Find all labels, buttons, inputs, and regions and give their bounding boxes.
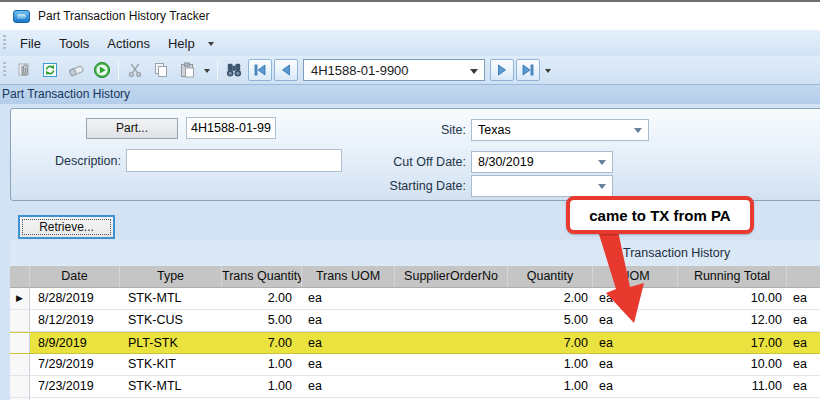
cell-quantity: 2.00: [508, 288, 593, 309]
starting-date-picker[interactable]: [471, 175, 613, 197]
cell-type: STK-MTL: [120, 288, 222, 309]
cell-date: 8/12/2019: [30, 310, 120, 331]
run-icon: [93, 61, 111, 79]
cell-running-total: 10.00: [678, 354, 787, 375]
cell-supplier-order-no: [395, 354, 508, 375]
table-row[interactable]: 7/23/2019 STK-MTL 1.00 ea 1.00 ea 11.00 …: [10, 376, 820, 398]
cell-trans-uom: ea: [302, 310, 395, 331]
copy-icon: [152, 61, 170, 79]
cell-supplier-order-no: [395, 310, 508, 331]
find-button[interactable]: [221, 58, 247, 82]
cell-type: STK-MTL: [120, 376, 222, 397]
combo-dropdown-arrow-icon: [598, 160, 606, 165]
menu-actions[interactable]: Actions: [98, 32, 159, 55]
column-header-date[interactable]: Date: [30, 266, 120, 287]
grid-caption-band: Transaction History: [10, 240, 820, 266]
refresh-button[interactable]: [37, 58, 63, 82]
cell-running-total: 12.00: [678, 310, 787, 331]
cell-date: 7/29/2019: [30, 354, 120, 375]
toolbar-gripper: [3, 62, 6, 78]
column-header-selector: [10, 266, 30, 287]
cell-trans-quantity: 5.00: [222, 310, 302, 331]
row-selector[interactable]: [10, 333, 30, 353]
toolbar-overflow-arrow-icon[interactable]: [545, 69, 551, 73]
cell-running-total: 17.00: [678, 333, 787, 353]
retrieve-button[interactable]: Retrieve...: [18, 215, 115, 239]
cell-type: PLT-STK: [120, 333, 222, 353]
menu-bar: File Tools Actions Help: [0, 30, 820, 56]
menu-tools[interactable]: Tools: [50, 32, 98, 55]
cell-running-uom: ea: [787, 288, 820, 309]
clear-button[interactable]: [63, 58, 89, 82]
cutoff-date-label: Cut Off Date:: [366, 155, 466, 169]
copy-button[interactable]: [148, 58, 174, 82]
refresh-icon: [41, 61, 59, 79]
nav-first-icon: [251, 61, 269, 79]
cell-trans-quantity: 2.00: [222, 288, 302, 309]
paste-button[interactable]: [174, 58, 200, 82]
eraser-icon: [67, 61, 85, 79]
column-header-type[interactable]: Type: [120, 266, 222, 287]
nav-previous-icon: [277, 61, 295, 79]
title-bar: Part Transaction History Tracker: [0, 2, 820, 30]
menu-file[interactable]: File: [11, 32, 50, 55]
starting-date-label: Starting Date:: [366, 179, 466, 193]
annotation-callout: came to TX from PA: [566, 196, 754, 234]
table-row[interactable]: 8/12/2019 STK-CUS 5.00 ea 5.00 ea 12.00 …: [10, 310, 820, 332]
site-combobox[interactable]: Texas: [471, 119, 649, 141]
description-input[interactable]: [126, 149, 342, 172]
description-label: Description:: [21, 154, 121, 168]
paste-icon: [178, 61, 196, 79]
row-selector[interactable]: [10, 354, 30, 375]
cell-trans-uom: ea: [302, 354, 395, 375]
cutoff-date-picker[interactable]: 8/30/2019: [471, 151, 613, 173]
cell-running-total: 11.00: [678, 376, 787, 397]
row-selector-current[interactable]: ▶: [10, 288, 30, 309]
section-header: Part Transaction History: [0, 84, 820, 104]
toolbar-overflow-arrow-icon[interactable]: [204, 69, 210, 73]
column-header-running-total[interactable]: Running Total: [678, 266, 787, 287]
column-header-trans-quantity[interactable]: Trans Quantity: [222, 266, 302, 287]
cell-trans-uom: ea: [302, 333, 395, 353]
cell-trans-uom: ea: [302, 376, 395, 397]
menu-overflow-arrow-icon[interactable]: [208, 42, 214, 46]
cut-button[interactable]: [122, 58, 148, 82]
table-row[interactable]: 7/29/2019 STK-KIT 1.00 ea 1.00 ea 10.00 …: [10, 354, 820, 376]
cell-uom: ea: [593, 376, 678, 397]
menu-help[interactable]: Help: [159, 32, 204, 55]
annotation-arrow-icon: [588, 231, 658, 331]
nav-first-button[interactable]: [248, 59, 272, 81]
run-button[interactable]: [89, 58, 115, 82]
part-number-input[interactable]: [186, 117, 276, 139]
nav-last-icon: [519, 61, 537, 79]
nav-next-button[interactable]: [490, 59, 514, 81]
table-row-highlighted[interactable]: 8/9/2019 PLT-STK 7.00 ea 7.00 ea 17.00 e…: [10, 332, 820, 354]
column-header-running-uom: [787, 266, 820, 287]
part-transaction-history-tracker-window: Part Transaction History Tracker File To…: [0, 0, 820, 400]
cell-running-total: 10.00: [678, 288, 787, 309]
nav-previous-button[interactable]: [274, 59, 298, 81]
site-value: Texas: [478, 123, 511, 137]
cell-trans-uom: ea: [302, 288, 395, 309]
transaction-history-grid: Transaction History Date Type Trans Quan…: [10, 240, 820, 400]
part-button[interactable]: Part...: [86, 118, 178, 139]
cell-supplier-order-no: [395, 288, 508, 309]
cell-type: STK-CUS: [120, 310, 222, 331]
combo-dropdown-arrow-icon: [598, 184, 606, 189]
cell-type: STK-KIT: [120, 354, 222, 375]
column-header-trans-uom[interactable]: Trans UOM: [302, 266, 395, 287]
nav-last-button[interactable]: [516, 59, 540, 81]
cell-running-uom: ea: [787, 333, 820, 353]
window-title: Part Transaction History Tracker: [38, 9, 209, 23]
attach-button[interactable]: [11, 58, 37, 82]
site-label: Site:: [401, 123, 466, 137]
attach-icon: [15, 61, 33, 79]
table-row[interactable]: ▶ 8/28/2019 STK-MTL 2.00 ea 2.00 ea 10.0…: [10, 288, 820, 310]
row-selector[interactable]: [10, 310, 30, 331]
column-header-quantity[interactable]: Quantity: [508, 266, 593, 287]
row-selector[interactable]: [10, 376, 30, 397]
column-header-supplier-order-no[interactable]: SupplierOrderNo: [395, 266, 508, 287]
part-selector-combobox[interactable]: 4H1588-01-9900: [303, 59, 485, 81]
cell-quantity: 1.00: [508, 376, 593, 397]
cell-trans-quantity: 7.00: [222, 333, 302, 353]
